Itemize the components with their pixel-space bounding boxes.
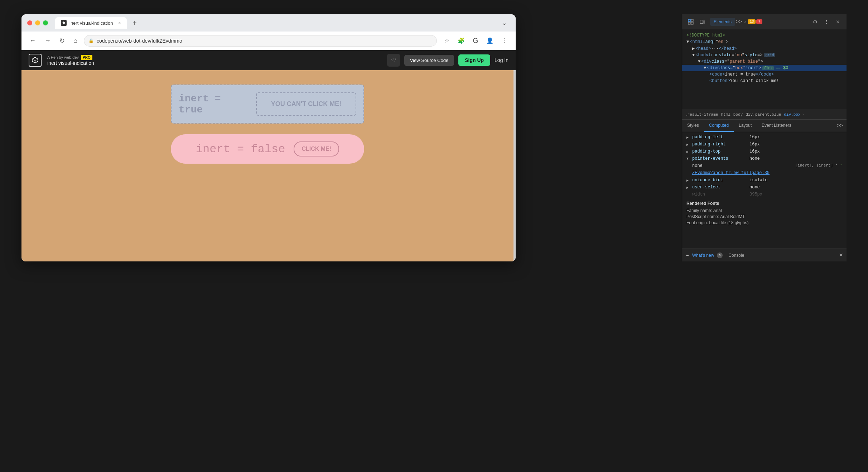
prop-expand-padding-top[interactable]: ▶ <box>686 149 691 154</box>
breadcrumb-div-parent[interactable]: div.parent.blue <box>746 112 781 117</box>
prop-pointer-events[interactable]: ▼ pointer-events none <box>682 155 847 162</box>
home-button[interactable]: ⌂ <box>71 35 79 46</box>
prop-expand-unicode-bidi[interactable]: ▶ <box>686 178 691 183</box>
svg-line-1 <box>32 59 35 61</box>
dom-line-doctype[interactable]: <!DOCTYPE html> <box>682 32 847 39</box>
nav-actions: ☆ 🧩 G 👤 ⋮ <box>441 35 510 47</box>
breadcrumb-body[interactable]: body <box>733 112 743 117</box>
error-badge: 7 <box>756 19 762 24</box>
view-source-button[interactable]: View Source Code <box>404 55 454 66</box>
prop-name-padding-left: padding-left <box>692 135 749 140</box>
tab-favicon <box>61 20 67 26</box>
google-account-button[interactable]: G <box>470 35 481 47</box>
dom-line-html[interactable]: ▼ <html lang =" en "> <box>682 39 847 45</box>
dom-line-div-box[interactable]: ▼ <div class =" box " inert > flex == $0 <box>682 65 847 71</box>
prop-expand-padding-right[interactable]: ▶ <box>686 142 691 147</box>
dom-line-div-parent[interactable]: ▼ <div class =" parent blue "> <box>682 58 847 65</box>
prop-expand-user-select[interactable]: ▶ <box>686 185 691 190</box>
browser-menu-button[interactable]: ⌄ <box>499 18 510 28</box>
tab-close-button[interactable]: × <box>118 20 121 26</box>
props-tabs: Styles Computed Layout Event Listeners >… <box>682 120 847 132</box>
inert-false-label: inert = false <box>196 143 285 156</box>
browser-nav: ← → ↻ ⌂ 🔒 codepen.io/web-dot-dev/full/ZE… <box>21 32 516 50</box>
dom-line-button[interactable]: <button> You can't click me! <box>682 78 847 84</box>
devtools-close-button[interactable]: × <box>833 17 843 27</box>
dom-line-code[interactable]: <code> inert = true </code> <box>682 71 847 78</box>
inert-true-label: inert =true <box>179 93 250 115</box>
devtools-more-button[interactable]: ⋮ <box>821 17 831 27</box>
prop-padding-right[interactable]: ▶ padding-right 16px <box>682 141 847 148</box>
whats-new-close-button[interactable]: × <box>717 252 723 258</box>
prop-pointer-link[interactable]: ZEvdmmo?anon=tr…ew=fullpage:30 <box>692 170 842 175</box>
minimize-window-button[interactable] <box>35 20 40 25</box>
devtools-tab-elements[interactable]: Elements <box>710 18 735 26</box>
login-button[interactable]: Log In <box>495 57 508 63</box>
breadcrumb-div-box[interactable]: div.box <box>784 112 800 117</box>
prop-value-unicode-bidi: isolate <box>749 178 842 183</box>
prop-name-pointer-events: pointer-events <box>692 156 749 161</box>
pen-title: inert visual-indication <box>47 60 94 66</box>
props-tab-event-listeners[interactable]: Event Listeners <box>757 120 796 132</box>
profile-button[interactable]: 👤 <box>484 35 496 47</box>
prop-expand-pointer-events[interactable]: ▼ <box>686 156 691 161</box>
prop-pointer-events-sub1: none [inert], [inert] * * <box>682 162 847 169</box>
whats-new-tab[interactable]: What's new <box>692 253 714 258</box>
bookmark-button[interactable]: ☆ <box>441 35 453 47</box>
codepen-logo <box>29 54 42 67</box>
active-tab[interactable]: inert visual-indication × <box>55 17 127 29</box>
inert-true-box: inert =true YOU CAN'T CLICK ME! <box>171 85 364 124</box>
devtools-panel: Elements >> ⚠ 13 7 ⚙ ⋮ × <!DOCTYPE html>… <box>682 14 847 261</box>
console-tab[interactable]: Console <box>728 253 744 258</box>
warning-badge: 13 <box>748 19 756 24</box>
device-toolbar-button[interactable] <box>697 17 707 27</box>
maximize-window-button[interactable] <box>43 20 48 25</box>
prop-padding-top[interactable]: ▶ padding-top 16px <box>682 148 847 155</box>
props-tab-computed[interactable]: Computed <box>704 120 734 132</box>
close-window-button[interactable] <box>27 20 32 25</box>
prop-padding-left[interactable]: ▶ padding-left 16px <box>682 134 847 141</box>
heart-button[interactable]: ♡ <box>387 54 400 67</box>
back-button[interactable]: ← <box>27 35 38 46</box>
prop-pointer-events-sub2: ZEvdmmo?anon=tr…ew=fullpage:30 <box>682 169 847 177</box>
prop-unicode-bidi[interactable]: ▶ unicode-bidi isolate <box>682 177 847 184</box>
prop-width[interactable]: ▶ width 395px <box>682 191 847 198</box>
inert-true-button: YOU CAN'T CLICK ME! <box>256 92 356 116</box>
breadcrumb-iframe[interactable]: .result-iframe <box>685 112 718 117</box>
svg-rect-7 <box>691 22 693 24</box>
tab-title: inert visual-indication <box>69 20 113 26</box>
traffic-lights <box>27 20 48 25</box>
props-tab-styles[interactable]: Styles <box>682 120 704 132</box>
browser-window: inert visual-indication × + ⌄ ← → ↻ ⌂ 🔒 … <box>21 14 516 261</box>
browser-menu-dots[interactable]: ⋮ <box>498 35 510 47</box>
prop-name-unicode-bidi: unicode-bidi <box>692 178 749 183</box>
new-tab-button[interactable]: + <box>130 18 140 29</box>
reload-button[interactable]: ↻ <box>57 35 67 46</box>
forward-button[interactable]: → <box>42 35 53 46</box>
inspect-element-button[interactable] <box>686 17 696 27</box>
bottom-close-main-button[interactable]: × <box>839 252 843 259</box>
tab-bar: inert visual-indication × + <box>55 17 496 29</box>
resize-handle[interactable] <box>513 70 516 261</box>
signup-button[interactable]: Sign Up <box>458 54 490 66</box>
props-tab-more[interactable]: >> <box>833 120 847 132</box>
props-tab-layout[interactable]: Layout <box>734 120 757 132</box>
svg-rect-5 <box>691 19 693 21</box>
svg-rect-4 <box>688 19 690 21</box>
dom-line-head[interactable]: ▶ <head> ··· </head> <box>682 45 847 52</box>
breadcrumb-html[interactable]: html <box>721 112 730 117</box>
prop-expand-padding-left[interactable]: ▶ <box>686 135 691 140</box>
prop-name-width: width <box>692 192 749 197</box>
dom-line-body[interactable]: ▼ <body translate =" no " style => grid <box>682 52 847 58</box>
extensions-button[interactable]: 🧩 <box>455 35 467 47</box>
devtools-more-tabs[interactable]: >> <box>736 19 742 25</box>
devtools-settings-button[interactable]: ⚙ <box>810 17 820 27</box>
prop-pointer-source: [inert], [inert] * <box>795 163 838 168</box>
codepen-header: A Pen by web.dev PRO inert visual-indica… <box>21 50 516 70</box>
svg-rect-6 <box>688 22 690 24</box>
pen-by-text: A Pen by web.dev <box>47 55 79 59</box>
prop-user-select[interactable]: ▶ user-select none <box>682 184 847 191</box>
address-bar[interactable]: 🔒 codepen.io/web-dot-dev/full/ZEvdmmo <box>84 35 437 47</box>
prop-expand-width[interactable]: ▶ <box>686 192 691 197</box>
bottom-menu-button[interactable]: ⋯ <box>686 252 689 259</box>
inert-false-button[interactable]: CLICK ME! <box>294 141 339 156</box>
